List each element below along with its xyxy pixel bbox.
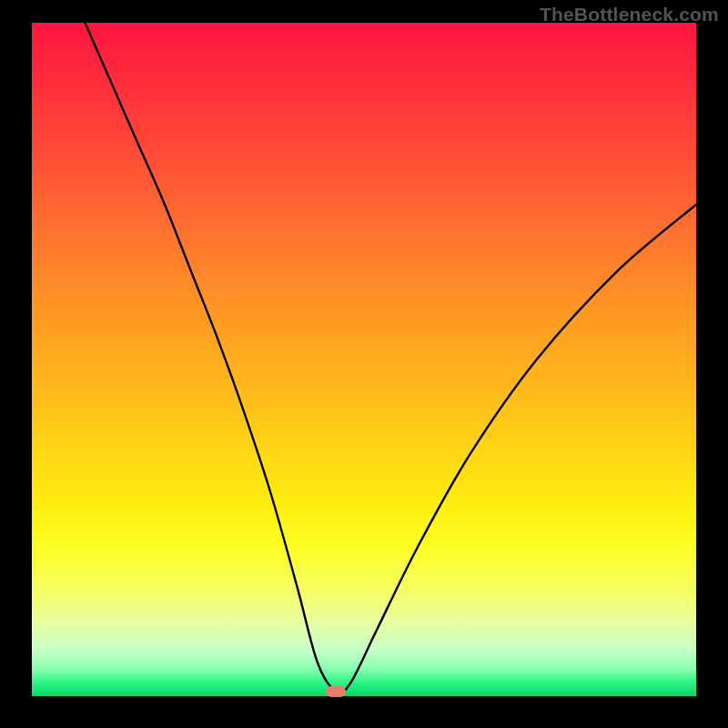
chart-frame: TheBottleneck.com (0, 0, 728, 728)
bottleneck-curve (85, 23, 696, 693)
optimal-marker (326, 686, 346, 697)
curve-svg (32, 23, 696, 696)
watermark-text: TheBottleneck.com (540, 4, 719, 25)
plot-area (32, 23, 696, 696)
